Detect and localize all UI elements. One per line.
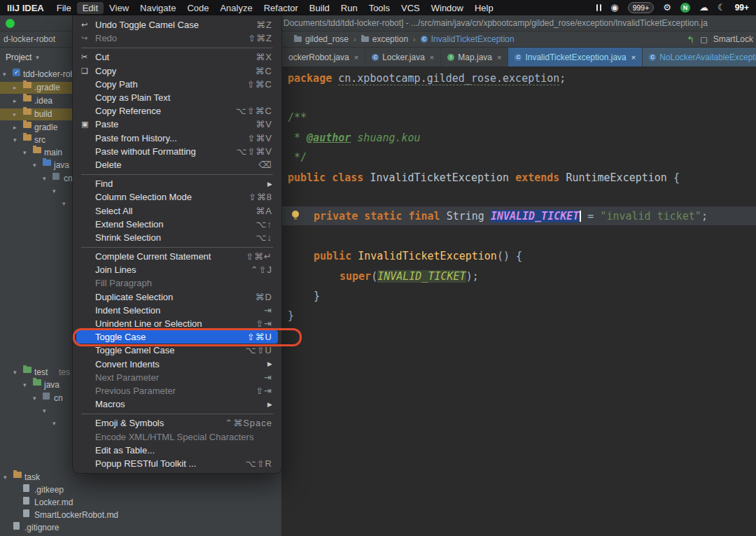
tree-item-label: cn xyxy=(64,173,73,185)
chevron-down-icon[interactable]: ▾ xyxy=(23,147,27,159)
chevron-right-icon[interactable]: ▸ xyxy=(13,122,17,134)
close-icon[interactable]: × xyxy=(354,53,358,62)
notifications-badge[interactable]: 999+ xyxy=(628,2,654,13)
menu-item-paste-from-history[interactable]: Paste from History...⇧⌘V xyxy=(76,132,278,145)
menubar-item-code[interactable]: Code xyxy=(181,2,214,14)
chevron-down-icon[interactable]: ▾ xyxy=(13,367,17,379)
menu-item-join-lines[interactable]: Join Lines⌃⇧J xyxy=(76,263,278,276)
breadcrumb-item[interactable]: gilded_rose xyxy=(294,34,349,44)
menu-item-column-selection-mode[interactable]: Column Selection Mode⇧⌘8 xyxy=(76,190,278,204)
traffic-light-green[interactable] xyxy=(6,19,15,28)
close-icon[interactable]: × xyxy=(497,53,501,62)
tab-label: InvalidTicketException.java xyxy=(525,52,626,62)
tree-item-label: .idea xyxy=(34,95,52,107)
menubar-item-window[interactable]: Window xyxy=(426,2,469,14)
menu-item-complete-current-statement[interactable]: Complete Current Statement⇧⌘↵ xyxy=(76,250,278,263)
menubar-item-vcs[interactable]: VCS xyxy=(396,2,426,14)
menubar-item-file[interactable]: File xyxy=(51,2,77,14)
rollback-arrow-icon[interactable]: ↰ xyxy=(687,34,694,45)
menu-item-toggle-camel-case[interactable]: Toggle Camel Case⌥⇧U xyxy=(76,344,278,357)
n-app-icon[interactable]: N xyxy=(680,3,690,13)
menu-item-find[interactable]: Find▶ xyxy=(76,177,278,190)
breadcrumb-project[interactable]: d-locker-robot xyxy=(4,34,55,44)
chevron-down-icon[interactable]: ▾ xyxy=(23,379,27,391)
tree-item-locker-md[interactable]: Locker.md xyxy=(0,497,281,509)
tree-item-gitignore[interactable]: .gitignore xyxy=(0,522,281,534)
menubar-item-run[interactable]: Run xyxy=(335,2,363,14)
close-icon[interactable]: × xyxy=(430,53,434,62)
chevron-down-icon[interactable]: ▾ xyxy=(43,173,46,185)
tab-lockerrobot-java[interactable]: ockerRobot.java × xyxy=(282,48,365,66)
menubar-item-build[interactable]: Build xyxy=(304,2,335,14)
menu-item-copy[interactable]: ❏Copy⌘C xyxy=(76,64,278,78)
chevron-right-icon[interactable]: ▸ xyxy=(13,95,17,107)
project-panel-header[interactable]: Project ▾ xyxy=(6,52,39,62)
chevron-down-icon[interactable]: ▾ xyxy=(4,472,7,484)
menu-item-copy-path[interactable]: Copy Path⇧⌘C xyxy=(76,78,278,91)
chevron-down-icon[interactable]: ▾ xyxy=(33,160,36,171)
gear-icon[interactable]: ⚙ xyxy=(663,0,671,15)
menubar-item-view[interactable]: View xyxy=(104,2,134,14)
menu-item-paste-without-formatting[interactable]: Paste without Formatting⌥⇧⌘V xyxy=(76,145,278,158)
menubar-item-navigate[interactable]: Navigate xyxy=(134,2,181,14)
menu-item-edit-as-table[interactable]: Edit as Table... xyxy=(76,444,278,457)
chevron-down-icon[interactable]: ▾ xyxy=(52,185,56,197)
code-line-class-decl: public class InvalidTicketException exte… xyxy=(288,171,680,185)
menu-item-shrink-selection[interactable]: Shrink Selection⌥↓ xyxy=(76,231,278,244)
menu-item-copy-as-plain-text[interactable]: Copy as Plain Text xyxy=(76,91,278,104)
navbar-right: ↰ ▢ SmartLock xyxy=(687,31,753,47)
folder-icon xyxy=(33,147,41,153)
menu-item-label: Extend Selection xyxy=(95,219,245,230)
tab-nolockeravailableexception-java[interactable]: C NoLockerAvailableException. xyxy=(643,48,756,66)
editor-pane[interactable]: package cn.xpbootcamp.gilded_rose.except… xyxy=(282,67,756,536)
menubar-item-help[interactable]: Help xyxy=(469,2,499,14)
menu-item-cut[interactable]: ✂Cut⌘X xyxy=(76,50,278,64)
tab-locker-java[interactable]: C Locker.java × xyxy=(365,48,441,66)
count-badge[interactable]: 99+ xyxy=(735,3,749,13)
chevron-down-icon[interactable]: ▾ xyxy=(3,69,6,80)
tab-invalidticketexception-java[interactable]: C InvalidTicketException.java × xyxy=(508,48,643,66)
record-icon[interactable]: ◉ xyxy=(610,0,618,15)
chevron-down-icon[interactable]: ▾ xyxy=(13,134,17,146)
chevron-down-icon[interactable]: ▾ xyxy=(52,418,56,430)
menu-item-macros[interactable]: Macros▶ xyxy=(76,397,278,411)
undo-icon: ↩ xyxy=(81,20,95,29)
menu-item-paste[interactable]: ▣Paste⌘V xyxy=(76,118,278,131)
folder-icon xyxy=(23,82,31,88)
tab-map-java[interactable]: I Map.java × xyxy=(441,48,508,66)
cloud-icon[interactable]: ☁ xyxy=(699,0,708,15)
menu-item-duplicate-selection[interactable]: Duplicate Selection⌘D xyxy=(76,290,278,304)
breadcrumb-item[interactable]: exception xyxy=(361,34,408,44)
close-icon[interactable]: × xyxy=(631,53,636,62)
menubar-item-analyze[interactable]: Analyze xyxy=(214,2,258,14)
run-config-label[interactable]: SmartLock xyxy=(713,34,753,44)
moon-icon[interactable]: ☾ xyxy=(718,0,726,15)
chevron-down-icon[interactable]: ▾ xyxy=(43,405,46,417)
menu-item-undo-toggle-camel-case[interactable]: ↩Undo Toggle Camel Case⌘Z xyxy=(76,18,278,31)
chevron-down-icon[interactable]: ▾ xyxy=(62,198,66,210)
menubar-item-edit[interactable]: Edit xyxy=(77,2,104,14)
menu-item-delete[interactable]: Delete⌫ xyxy=(76,158,278,171)
menu-item-extend-selection[interactable]: Extend Selection⌥↑ xyxy=(76,218,278,231)
chevron-right-icon[interactable]: ▸ xyxy=(13,108,17,120)
pause-icon[interactable] xyxy=(596,4,602,11)
menu-item-select-all[interactable]: Select All⌘A xyxy=(76,204,278,217)
chevron-down-icon[interactable]: ▾ xyxy=(33,393,36,404)
menubar-app-name[interactable]: lliJ IDEA xyxy=(3,3,51,13)
menu-item-toggle-case[interactable]: Toggle Case⇧⌘U xyxy=(76,330,278,344)
tree-item-smartlockerrobot-md[interactable]: SmartLockerRobot.md xyxy=(0,509,281,521)
menu-item-popup-restful-toolkit[interactable]: Popup RESTful Toolkit ...⌥⇧R xyxy=(76,457,278,470)
breadcrumb: gilded_rose › exception › C InvalidTicke… xyxy=(294,31,514,47)
chevron-right-icon[interactable]: ▸ xyxy=(13,82,17,94)
menu-item-emoji-symbols[interactable]: Emoji & Symbols⌃⌘Space xyxy=(76,416,278,430)
menu-item-convert-indents[interactable]: Convert Indents▶ xyxy=(76,358,278,371)
menu-item-copy-reference[interactable]: Copy Reference⌥⇧⌘C xyxy=(76,104,278,118)
menu-item-indent-selection[interactable]: Indent Selection⇥ xyxy=(76,304,278,317)
menubar-item-tools[interactable]: Tools xyxy=(363,2,396,14)
breadcrumb-item[interactable]: C InvalidTicketException xyxy=(421,34,514,44)
menubar-item-refactor[interactable]: Refactor xyxy=(258,2,304,14)
intention-bulb-icon[interactable] xyxy=(292,211,299,218)
menu-item-unindent-line-or-selection[interactable]: Unindent Line or Selection⇧⇥ xyxy=(76,317,278,330)
folder-icon xyxy=(23,134,31,141)
tree-item-gitkeep[interactable]: .gitkeep xyxy=(0,484,281,496)
